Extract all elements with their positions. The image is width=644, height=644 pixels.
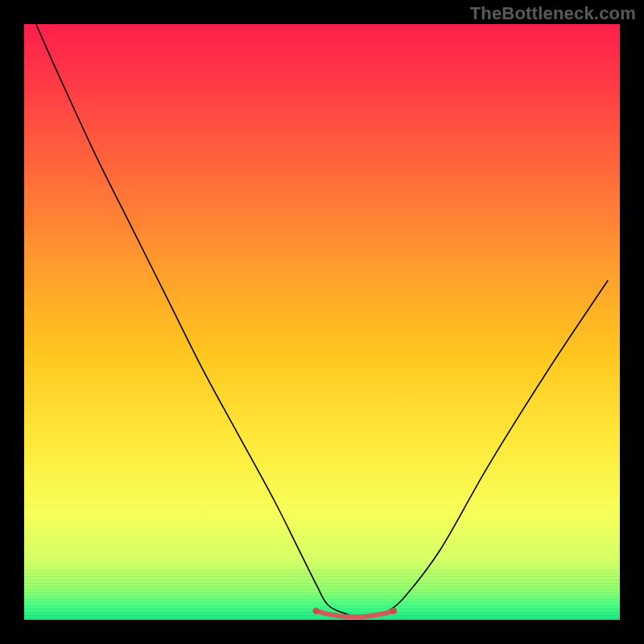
svg-point-21 (376, 613, 380, 617)
svg-rect-5 (24, 586, 620, 587)
svg-rect-9 (24, 599, 620, 600)
svg-rect-4 (24, 583, 620, 584)
chart-frame: TheBottleneck.com (0, 0, 644, 644)
svg-rect-3 (24, 580, 620, 580)
svg-point-18 (329, 613, 333, 617)
svg-point-16 (312, 608, 319, 614)
svg-rect-0 (24, 570, 620, 571)
svg-rect-11 (24, 605, 620, 606)
svg-rect-2 (24, 576, 620, 577)
svg-rect-6 (24, 589, 620, 590)
svg-rect-15 (24, 618, 620, 619)
gradient-background (24, 24, 620, 620)
svg-rect-7 (24, 592, 620, 593)
svg-rect-10 (24, 602, 620, 603)
plot-area (24, 24, 620, 620)
watermark-text: TheBottleneck.com (470, 3, 636, 24)
svg-point-20 (361, 614, 365, 618)
bottleneck-plot-svg (24, 24, 620, 620)
svg-rect-14 (24, 615, 620, 616)
svg-point-19 (345, 614, 349, 618)
svg-rect-12 (24, 609, 620, 609)
svg-point-17 (390, 608, 397, 614)
svg-rect-1 (24, 573, 620, 574)
